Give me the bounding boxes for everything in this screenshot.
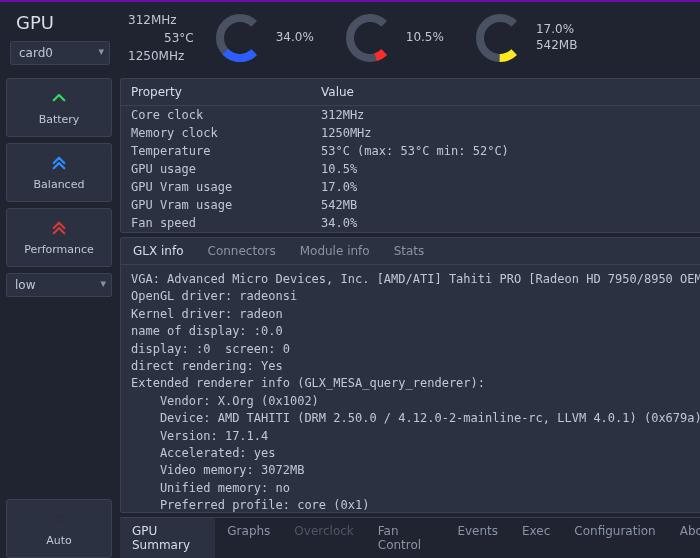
prop-value: 17.0% — [311, 178, 700, 196]
btab-events[interactable]: Events — [445, 518, 510, 558]
mem-clock-value: 1250MHz — [128, 47, 194, 65]
prop-value: 53°C (max: 53°C min: 52°C) — [311, 142, 700, 160]
tab-module-info[interactable]: Module info — [288, 238, 382, 264]
btab-exec[interactable]: Exec — [510, 518, 562, 558]
property-table: Property Value Core clock312MHzMemory cl… — [121, 79, 700, 232]
table-row: Memory clock1250MHz — [121, 124, 700, 142]
tab-glx-info[interactable]: GLX info — [121, 238, 196, 264]
window-frame: GPU card0 312MHz 53°C 1250MHz 34.0% 10.5… — [0, 0, 700, 558]
prop-name: Temperature — [121, 142, 311, 160]
info-panel: GLX infoConnectorsModule infoStats VGA: … — [120, 237, 700, 513]
property-panel: Property Value Core clock312MHzMemory cl… — [120, 78, 700, 233]
card-select[interactable]: card0 — [10, 41, 110, 65]
info-tabs: GLX infoConnectorsModule infoStats — [121, 238, 700, 265]
table-row: Fan speed34.0% — [121, 214, 700, 232]
prop-header: Property — [121, 79, 311, 106]
prop-value: 1250MHz — [311, 124, 700, 142]
core-clock-value: 312MHz — [128, 11, 194, 29]
gauge-sub: 542MB — [536, 38, 578, 54]
prop-name: Memory clock — [121, 124, 311, 142]
auto-label: Auto — [46, 534, 72, 547]
balanced-label: Balanced — [34, 178, 85, 191]
auto-button[interactable]: Auto — [6, 499, 112, 558]
prop-value: 10.5% — [311, 160, 700, 178]
prop-value: 34.0% — [311, 214, 700, 232]
fan-icon — [50, 510, 68, 528]
prop-name: Fan speed — [121, 214, 311, 232]
content: Property Value Core clock312MHzMemory cl… — [118, 78, 700, 558]
double-chevron-up-icon — [50, 154, 68, 172]
prop-name: GPU Vram usage — [121, 196, 311, 214]
btab-fan-control[interactable]: Fan Control — [366, 518, 446, 558]
gauge-label: 10.5% — [406, 30, 444, 46]
table-row: GPU Vram usage542MB — [121, 196, 700, 214]
table-row: Temperature53°C (max: 53°C min: 52°C) — [121, 142, 700, 160]
battery-button[interactable]: Battery — [6, 78, 112, 137]
bottom-tabs: GPU SummaryGraphsOverclockFan ControlEve… — [120, 517, 700, 558]
chevron-up-icon — [50, 89, 68, 107]
gauges: 34.0% 10.5% 17.0%542MB — [212, 10, 578, 66]
prop-value: 542MB — [311, 196, 700, 214]
gauge-0: 34.0% — [212, 10, 314, 66]
app-title: GPU — [10, 12, 110, 33]
prop-value: 312MHz — [311, 106, 700, 125]
gauge-label: 34.0% — [276, 30, 314, 46]
table-row: Core clock312MHz — [121, 106, 700, 125]
performance-label: Performance — [24, 243, 94, 256]
main-area: Battery Balanced Performance low Auto Pr… — [0, 78, 700, 558]
glx-info-body: VGA: Advanced Micro Devices, Inc. [AMD/A… — [121, 265, 700, 512]
balanced-button[interactable]: Balanced — [6, 143, 112, 202]
level-select[interactable]: low — [6, 273, 112, 297]
btab-about[interactable]: About — [668, 518, 700, 558]
sidebar: Battery Balanced Performance low Auto — [0, 78, 118, 558]
btab-configuration[interactable]: Configuration — [562, 518, 667, 558]
battery-label: Battery — [39, 113, 80, 126]
value-header: Value — [311, 79, 700, 106]
performance-button[interactable]: Performance — [6, 208, 112, 267]
btab-overclock: Overclock — [282, 518, 365, 558]
prop-name: Core clock — [121, 106, 311, 125]
prop-name: GPU usage — [121, 160, 311, 178]
header: GPU card0 312MHz 53°C 1250MHz 34.0% 10.5… — [0, 2, 700, 78]
tab-connectors[interactable]: Connectors — [196, 238, 288, 264]
tab-stats[interactable]: Stats — [382, 238, 437, 264]
gauge-1: 10.5% — [342, 10, 444, 66]
gauge-label: 17.0% — [536, 22, 578, 38]
table-row: GPU usage10.5% — [121, 160, 700, 178]
prop-name: GPU Vram usage — [121, 178, 311, 196]
temp-value: 53°C — [164, 29, 194, 47]
btab-graphs[interactable]: Graphs — [215, 518, 282, 558]
clock-readout: 312MHz 53°C 1250MHz — [128, 11, 194, 65]
gauge-2: 17.0%542MB — [472, 10, 578, 66]
table-row: GPU Vram usage17.0% — [121, 178, 700, 196]
btab-gpu-summary[interactable]: GPU Summary — [120, 518, 215, 558]
double-chevron-up-icon — [50, 219, 68, 237]
